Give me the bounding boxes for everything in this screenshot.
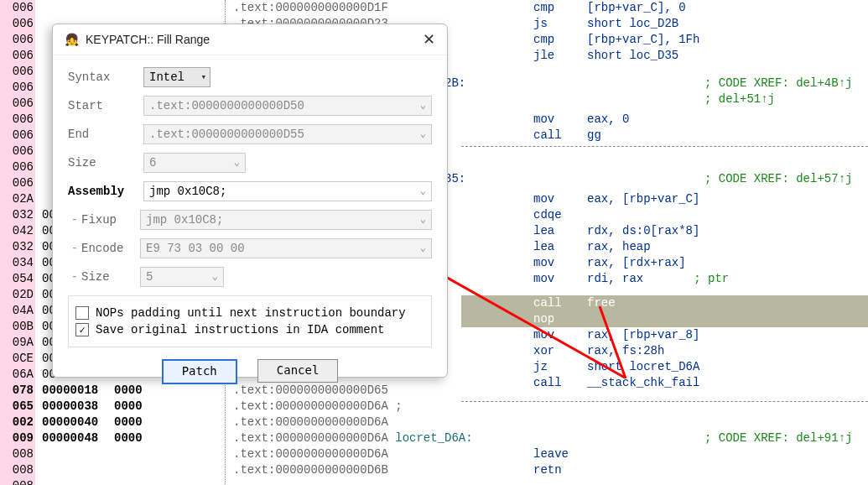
row-addr: 04A [0, 303, 34, 319]
asm-row[interactable]: cmp[rbp+var_C], 1Fh [461, 32, 699, 48]
row-addr: 006 [0, 143, 34, 159]
syntax-select[interactable]: Intel [143, 67, 211, 87]
separator-dash [461, 146, 868, 147]
label-end: End [68, 128, 143, 141]
row-offset [42, 462, 111, 478]
row-addr: 042 [0, 223, 34, 239]
row-addr: 006 [0, 80, 34, 96]
row-addr: 006 [0, 96, 34, 112]
row-addr: 006 [0, 48, 34, 64]
row-extra: 0000 [114, 430, 158, 446]
row-addr: 008 [0, 462, 34, 478]
asm-row[interactable]: learax, heap [461, 239, 651, 255]
patch-button[interactable]: Patch [162, 359, 237, 384]
row-addr: 0CE [0, 351, 34, 367]
asm-row[interactable]: movrdi, rax; ptr [461, 271, 729, 287]
nops-checkbox[interactable] [75, 306, 89, 320]
row-addr: 006 [0, 112, 34, 128]
label-encode: Encode [81, 242, 140, 255]
asm-row[interactable]: jsshort loc_D2B [461, 16, 678, 32]
label-syntax: Syntax [68, 70, 143, 84]
asm-row[interactable]: nop [461, 311, 587, 327]
asm-row[interactable]: moveax, 0 [461, 112, 629, 128]
asm-row[interactable]: retn [461, 462, 587, 478]
asm-row[interactable]: call__stack_chk_fail [461, 375, 699, 391]
asm-row[interactable]: movrax, [rdx+rax] [461, 255, 686, 271]
save-checkbox[interactable]: ✓ [75, 323, 89, 336]
row-offset [42, 478, 111, 485]
row-addr: 006 [0, 0, 34, 16]
encode-input[interactable]: E9 73 03 00 00 [140, 238, 432, 258]
asm-row[interactable]: xorrax, fs:28h [461, 343, 664, 359]
row-addr: 032 [0, 207, 34, 223]
row-addr: 065 [0, 399, 34, 415]
row-extra [114, 0, 158, 16]
asm-row[interactable]: cdqe [461, 207, 587, 223]
end-input[interactable]: .text:0000000000000D55 [143, 124, 432, 144]
row-addr: 006 [0, 32, 34, 48]
row-offset: 00000040 [42, 415, 111, 430]
row-addr: 008 [0, 446, 34, 462]
label-size: Size [68, 156, 143, 169]
size-input[interactable]: 6 [143, 153, 246, 173]
gutter-a: 00600600600600600600600600600600600602A0… [0, 0, 35, 485]
text-line[interactable]: .text:0000000000000D6A ; [233, 399, 403, 415]
row-addr: 006 [0, 175, 34, 191]
cancel-button[interactable]: Cancel [257, 359, 339, 383]
size2-input[interactable]: 5 [140, 267, 224, 287]
start-input[interactable]: .text:0000000000000D50 [143, 96, 432, 116]
row-addr: 02D [0, 287, 34, 303]
row-addr: 09A [0, 335, 34, 351]
row-addr: 06A [0, 367, 34, 383]
save-label: Save original instructions in IDA commen… [96, 323, 384, 336]
row-offset [42, 0, 111, 16]
row-extra [114, 446, 158, 462]
asm-row[interactable]: jleshort loc_D35 [461, 48, 678, 64]
row-addr: 002 [0, 415, 34, 430]
dash-icon: - [68, 213, 81, 227]
row-addr: 006 [0, 16, 34, 32]
row-addr: 034 [0, 255, 34, 271]
dialog-titlebar[interactable]: 👧 KEYPATCH:: Fill Range ✕ [53, 24, 447, 55]
dash-icon: - [68, 242, 81, 255]
row-addr: 032 [0, 239, 34, 255]
text-line[interactable]: .text:0000000000000D6A [233, 415, 388, 430]
row-addr: 02A [0, 191, 34, 207]
row-addr: 054 [0, 271, 34, 287]
asm-row[interactable]: moveax, [rbp+var_C] [461, 191, 699, 207]
text-line[interactable]: .text:0000000000000D6A locret_D6A: [233, 430, 473, 446]
separator-dash [461, 401, 868, 402]
label-start: Start [68, 99, 143, 112]
row-addr: 009 [0, 430, 34, 446]
text-line[interactable]: .text:0000000000000D6B [233, 462, 388, 478]
row-addr: 006 [0, 64, 34, 80]
asm-row[interactable]: leardx, ds:0[rax*8] [461, 223, 699, 239]
row-extra [114, 478, 158, 485]
asm-row[interactable]: jzshort locret_D6A [461, 359, 699, 375]
asm-row[interactable]: callgg [461, 128, 601, 143]
row-addr: 078 [0, 383, 34, 399]
row-offset: 00000048 [42, 430, 111, 446]
asm-row[interactable]: leave [461, 446, 587, 462]
dialog-title: KEYPATCH:: Fill Range [86, 24, 210, 55]
asm-column: cmp[rbp+var_C], 0jsshort loc_D2Bcmp[rbp+… [461, 0, 868, 485]
label-assembly: Assembly [68, 185, 143, 198]
label-fixup: Fixup [81, 213, 140, 227]
row-extra: 0000 [114, 399, 158, 415]
text-line[interactable]: .text:0000000000000D1F [233, 0, 388, 16]
row-extra [114, 462, 158, 478]
row-addr: 00B [0, 319, 34, 335]
assembly-input[interactable]: jmp 0x10C8; [143, 181, 432, 201]
row-addr: 008 [0, 478, 34, 485]
fixup-input[interactable]: jmp 0x10C8; [140, 210, 432, 230]
row-addr: 006 [0, 128, 34, 143]
asm-row[interactable]: callfree [461, 295, 616, 311]
asm-row[interactable]: movrax, [rbp+var_8] [461, 327, 699, 343]
dash-icon: - [68, 270, 81, 284]
row-addr: 006 [0, 159, 34, 175]
close-icon[interactable]: ✕ [423, 24, 435, 55]
row-offset: 00000038 [42, 399, 111, 415]
asm-row[interactable]: cmp[rbp+var_C], 0 [461, 0, 686, 16]
text-line[interactable]: .text:0000000000000D6A [233, 446, 388, 462]
fill-range-dialog: 👧 KEYPATCH:: Fill Range ✕ Syntax Intel S… [52, 23, 448, 378]
